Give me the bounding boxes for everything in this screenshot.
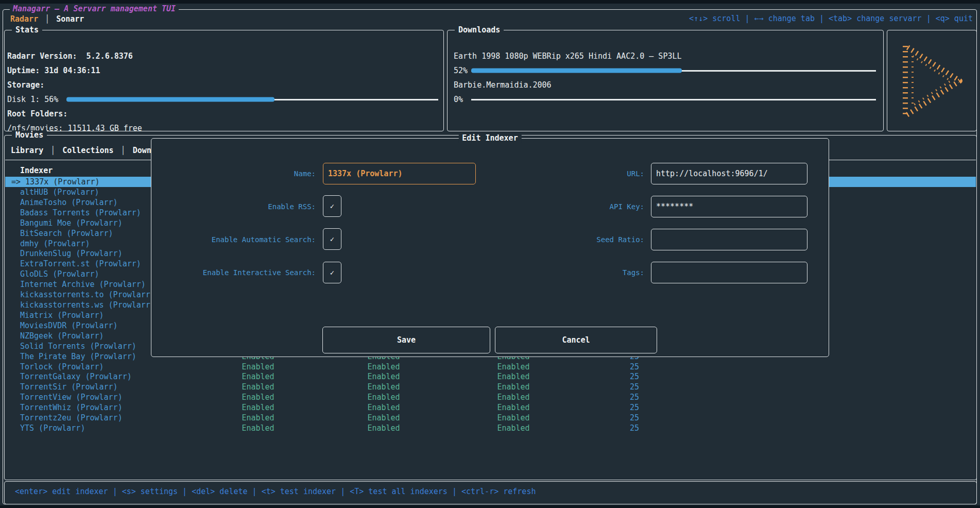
indexer-name-cell: Solid Torrents (Prowlarr) <box>20 341 136 351</box>
indexer-name-cell: Badass Torrents (Prowlarr) <box>20 208 141 218</box>
app-title: Managarr – A Servarr management TUI <box>10 4 179 13</box>
enable-automatic-search-label: Enable Automatic Search: <box>151 235 316 244</box>
indexer-name-cell: DrunkenSlug (Prowlarr) <box>20 248 123 259</box>
download-percent: 0% <box>454 95 471 104</box>
disk-usage-label: Disk 1: 56% <box>7 95 66 104</box>
download-progress-row: 0% <box>454 92 876 107</box>
terminal-artifact-bottom <box>0 505 980 508</box>
seed-ratio-label: Seed Ratio: <box>490 235 644 244</box>
table-row[interactable]: YTS (Prowlarr)EnabledEnabledEnabled25 <box>5 423 976 433</box>
table-row[interactable]: TorrentSir (Prowlarr)EnabledEnabledEnabl… <box>5 382 976 392</box>
indexer-name-cell: altHUB (Prowlarr) <box>20 187 99 197</box>
indexer-name-cell: TorrentView (Prowlarr) <box>20 392 123 402</box>
priority-cell: 25 <box>588 423 639 433</box>
enabled-cell: Enabled <box>497 423 529 433</box>
indexer-name-cell: kickasstorrents.to (Prowlarr) <box>20 290 155 300</box>
servarr-tabs: Radarr │ Sonarr <box>10 14 84 24</box>
indexer-name-cell: Bangumi Moe (Prowlarr) <box>20 218 123 228</box>
enabled-cell: Enabled <box>242 382 274 392</box>
cancel-button[interactable]: Cancel <box>495 327 657 353</box>
enabled-cell: Enabled <box>242 362 274 372</box>
enabled-cell: Enabled <box>242 392 274 402</box>
terminal-screen: Managarr – A Servarr management TUI Rada… <box>0 0 980 508</box>
tab-separator: │ <box>45 14 49 24</box>
stats-body: Radarr Version: 5.2.6.8376 Uptime: 31d 0… <box>7 49 438 136</box>
table-row[interactable]: TorrentWhiz (Prowlarr)EnabledEnabledEnab… <box>5 402 976 413</box>
priority-cell: 25 <box>588 371 639 382</box>
enable-automatic-search-checkbox[interactable]: ✓ <box>323 228 341 250</box>
download-progress-bar <box>471 92 876 107</box>
radarr-version: Radarr Version: 5.2.6.8376 <box>7 49 438 63</box>
enabled-cell: Enabled <box>497 362 529 372</box>
indexer-name-cell: The Pirate Bay (Prowlarr) <box>20 351 136 362</box>
tab-library[interactable]: Library <box>11 146 43 155</box>
priority-cell: 25 <box>588 392 639 402</box>
bottom-keybindings: <enter> edit indexer | <s> settings | <d… <box>15 487 536 496</box>
root-folders-label: Root Folders: <box>7 107 438 121</box>
seed-ratio-field[interactable] <box>651 229 807 250</box>
play-logo-icon <box>887 30 976 131</box>
indexer-name-cell: YTS (Prowlarr) <box>20 423 85 433</box>
api-key-field[interactable]: ******** <box>651 196 807 217</box>
indexer-name-cell: AnimeTosho (Prowlarr) <box>20 197 118 208</box>
indexer-name-cell: TorrentSir (Prowlarr) <box>20 382 118 392</box>
download-item-name: Earth 1998 1080p WEBRip x265 Hindi AAC2.… <box>454 49 876 63</box>
indexer-name-cell: MoviesDVDR (Prowlarr) <box>20 320 118 331</box>
download-progress-bar <box>471 63 876 78</box>
table-row[interactable]: Torrentz2eu (Prowlarr)EnabledEnabledEnab… <box>5 413 976 423</box>
enabled-cell: Enabled <box>242 402 274 413</box>
enabled-cell: Enabled <box>497 382 529 392</box>
indexer-name-cell: => 1337x (Prowlarr) <box>11 177 100 187</box>
indexer-name-cell: NZBgeek (Prowlarr) <box>20 331 104 341</box>
downloads-list: Earth 1998 1080p WEBRip x265 Hindi AAC2.… <box>454 49 876 107</box>
table-row[interactable]: TorrentView (Prowlarr)EnabledEnabledEnab… <box>5 392 976 402</box>
priority-cell: 25 <box>588 402 639 413</box>
download-item-name: Barbie.Mermaidia.2006 <box>454 78 876 92</box>
indexer-name-cell: TorrentGalaxy (Prowlarr) <box>20 371 132 382</box>
movies-tab-separator: │ <box>121 146 126 155</box>
root-folder-free: /nfs/movies: 11511.43 GB free <box>7 121 438 136</box>
indexer-name-cell: Torlock (Prowlarr) <box>20 362 104 372</box>
indexer-table-header: Indexer <box>20 165 53 176</box>
enable-rss-label: Enable RSS: <box>151 202 316 211</box>
downloads-panel-title: Downloads <box>455 25 504 35</box>
check-icon: ✓ <box>330 235 334 243</box>
indexer-name-cell: kickasstorrents.ws (Prowlarr) <box>20 300 155 310</box>
enabled-cell: Enabled <box>497 371 529 382</box>
enabled-cell: Enabled <box>367 382 400 392</box>
logo-panel <box>887 30 977 131</box>
enabled-cell: Enabled <box>367 413 400 423</box>
movies-panel-title: Movies <box>12 130 47 140</box>
table-row[interactable]: Torlock (Prowlarr)EnabledEnabledEnabled2… <box>5 362 976 372</box>
api-key-label: API Key: <box>490 202 644 211</box>
url-field[interactable]: http://localhost:9696/1/ <box>651 163 807 184</box>
enable-interactive-search-label: Enable Interactive Search: <box>151 268 316 277</box>
tab-sonarr[interactable]: Sonarr <box>56 14 84 24</box>
download-progress-fill <box>471 69 682 73</box>
disk-usage-row: Disk 1: 56% <box>7 92 438 107</box>
storage-label: Storage: <box>7 78 438 92</box>
movies-tabs: Library │ Collections │ Downlo <box>11 145 161 156</box>
enabled-cell: Enabled <box>367 392 400 402</box>
save-button[interactable]: Save <box>322 327 490 353</box>
name-field[interactable]: 1337x (Prowlarr) <box>323 163 476 184</box>
movies-tab-separator: │ <box>50 146 55 155</box>
indexer-name-cell: Internet Archive (Prowlarr) <box>20 279 146 290</box>
disk-usage-bar <box>66 92 438 107</box>
download-percent: 52% <box>454 66 471 75</box>
enabled-cell: Enabled <box>367 362 400 372</box>
enabled-cell: Enabled <box>242 413 274 423</box>
indexer-name-cell: TorrentWhiz (Prowlarr) <box>20 402 123 413</box>
stats-panel: Stats Radarr Version: 5.2.6.8376 Uptime:… <box>4 30 444 131</box>
tags-field[interactable] <box>651 262 807 283</box>
uptime: Uptime: 31d 04:36:11 <box>7 63 438 78</box>
enable-interactive-search-checkbox[interactable]: ✓ <box>323 262 341 283</box>
tab-radarr[interactable]: Radarr <box>10 14 38 24</box>
edit-indexer-modal: Edit Indexer Name: 1337x (Prowlarr) Enab… <box>151 138 829 357</box>
tab-collections[interactable]: Collections <box>62 146 113 155</box>
name-label: Name: <box>151 169 316 178</box>
tags-label: Tags: <box>490 268 644 277</box>
enable-rss-checkbox[interactable]: ✓ <box>323 195 341 217</box>
table-row[interactable]: TorrentGalaxy (Prowlarr)EnabledEnabledEn… <box>5 371 976 382</box>
enabled-cell: Enabled <box>367 423 400 433</box>
